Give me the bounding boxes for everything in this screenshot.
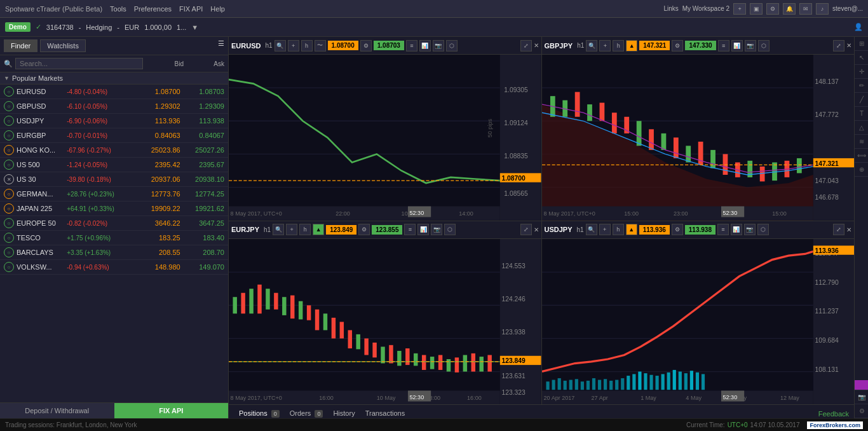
chart-tool3-usdjpy[interactable]: 📷 xyxy=(744,224,756,235)
chart-add-btn-eurusd[interactable]: + xyxy=(288,40,299,51)
search-input[interactable] xyxy=(15,58,143,69)
rt-btn-crosshair[interactable]: ✛ xyxy=(855,65,868,79)
new-order-icon-btn[interactable]: + xyxy=(733,3,746,15)
list-item[interactable]: ○ GBPUSD -6.10 (-0.05%) 1.29302 1.29309 xyxy=(0,99,228,114)
rt-btn-text[interactable]: T xyxy=(855,107,868,121)
chart-tool3-eurusd[interactable]: 📷 xyxy=(433,40,444,51)
rt-btn-measure[interactable]: ⟺ xyxy=(855,149,868,163)
nav-fixapi[interactable]: FIX API xyxy=(179,5,203,13)
chart-tool4-eurjpy[interactable]: ⬡ xyxy=(444,224,456,235)
chart-expand-eurjpy[interactable]: ⤢ xyxy=(520,224,532,235)
tab-transactions[interactable]: Transactions xyxy=(360,407,410,418)
rt-btn-camera[interactable]: 📷 xyxy=(855,390,868,404)
list-item[interactable]: ○ US 500 -1.24 (-0.05%) 2395.42 2395.67 xyxy=(0,158,228,172)
chart-indicator-eurjpy[interactable]: ▲ xyxy=(313,224,324,235)
chart-tool4-eurusd[interactable]: ⬡ xyxy=(446,40,458,51)
list-item[interactable]: ○ VOLKSW... -0.94 (+0.63%) 148.980 149.0… xyxy=(0,260,228,275)
chart-h-btn-gbpjpy[interactable]: h xyxy=(613,40,624,51)
chart-expand-eurusd[interactable]: ⤢ xyxy=(520,40,532,51)
chart-tool4-usdjpy[interactable]: ⬡ xyxy=(757,224,769,235)
sidebar-tab-finder[interactable]: Finder xyxy=(4,39,37,52)
settings-icon-btn[interactable]: ⚙ xyxy=(766,3,779,15)
list-item[interactable]: ○ EUROPE 50 -0.82 (-0.02%) 3646.22 3647.… xyxy=(0,216,228,231)
chart-search-btn-eurusd[interactable]: 🔍 xyxy=(275,40,286,51)
account-dropdown-arrow[interactable]: ▼ xyxy=(191,24,198,31)
rt-btn-pencil[interactable]: ✏ xyxy=(855,79,868,93)
notifications-icon-btn[interactable]: 🔔 xyxy=(783,3,796,15)
rt-btn-fib[interactable]: ≋ xyxy=(855,135,868,149)
email-icon-btn[interactable]: ✉ xyxy=(799,3,812,15)
chart-tool-eurusd[interactable]: ≡ xyxy=(406,40,417,51)
chart-tool2-eurusd[interactable]: 📊 xyxy=(419,40,431,51)
chart-close-gbpjpy[interactable]: ✕ xyxy=(846,42,851,49)
list-item[interactable]: ○ BARCLAYS +3.35 (+1.63%) 208.55 208.70 xyxy=(0,245,228,260)
tab-positions[interactable]: Positions 0 xyxy=(234,407,285,418)
fix-api-btn[interactable]: FIX API xyxy=(114,403,229,418)
chart-close-eurjpy[interactable]: ✕ xyxy=(534,226,539,233)
rt-btn-color[interactable] xyxy=(855,380,868,390)
list-item[interactable]: ○ HONG KO... -67.96 (-0.27%) 25023.86 25… xyxy=(0,143,228,158)
chart-settings-gbpjpy[interactable]: ⚙ xyxy=(672,40,683,51)
chart-search-btn-gbpjpy[interactable]: 🔍 xyxy=(586,40,597,51)
svg-text:8 May 2017, UTC+0: 8 May 2017, UTC+0 xyxy=(543,210,595,217)
account-type: - xyxy=(79,24,81,31)
nav-help[interactable]: Help xyxy=(210,5,225,13)
rt-btn-line[interactable]: ╱ xyxy=(855,93,868,107)
chart-expand-usdjpy[interactable]: ⤢ xyxy=(833,224,844,235)
workspace-btn[interactable]: My Workspace 2 xyxy=(682,5,729,12)
chart-settings-usdjpy[interactable]: ⚙ xyxy=(672,224,683,235)
chart-close-eurusd[interactable]: ✕ xyxy=(534,42,539,49)
tab-orders[interactable]: Orders 0 xyxy=(285,407,329,418)
chart-h-btn-eurjpy[interactable]: h xyxy=(299,224,311,235)
svg-rect-127 xyxy=(552,380,555,390)
tab-history[interactable]: History xyxy=(328,407,360,418)
nav-preferences[interactable]: Preferences xyxy=(134,5,172,13)
links-btn[interactable]: Links xyxy=(663,5,678,12)
rt-btn-zoom[interactable]: ⊕ xyxy=(855,163,868,177)
chart-tool2-usdjpy[interactable]: 📊 xyxy=(731,224,742,235)
popular-markets-section[interactable]: ▼ Popular Markets xyxy=(0,72,228,85)
chart-settings-eurjpy[interactable]: ⚙ xyxy=(358,224,370,235)
chart-add-btn-gbpjpy[interactable]: + xyxy=(599,40,611,51)
chart-tool2-eurjpy[interactable]: 📊 xyxy=(417,224,429,235)
nav-tools[interactable]: Tools xyxy=(110,5,126,13)
chart-tool3-eurjpy[interactable]: 📷 xyxy=(431,224,442,235)
sidebar-list-icon[interactable]: ☰ xyxy=(218,39,224,52)
chart-search-btn-eurjpy[interactable]: 🔍 xyxy=(273,224,284,235)
account-avatar-btn[interactable]: 👤 xyxy=(854,23,863,31)
chart-tool-eurjpy[interactable]: ≡ xyxy=(404,224,416,235)
list-item[interactable]: ○ JAPAN 225 +64.91 (+0.33%) 19909.22 199… xyxy=(0,202,228,216)
chart-expand-gbpjpy[interactable]: ⤢ xyxy=(833,40,844,51)
volume-icon-btn[interactable]: ♪ xyxy=(816,3,829,15)
rt-btn-shapes[interactable]: △ xyxy=(855,121,868,135)
chart-search-btn-usdjpy[interactable]: 🔍 xyxy=(586,224,597,235)
rt-btn-grid[interactable]: ⊞ xyxy=(855,37,868,51)
chart-add-btn-usdjpy[interactable]: + xyxy=(599,224,611,235)
chart-tool2-gbpjpy[interactable]: 📊 xyxy=(731,40,743,51)
feedback-btn[interactable]: Feedback xyxy=(818,410,849,418)
chart-tool-usdjpy[interactable]: ≡ xyxy=(717,224,729,235)
list-item[interactable]: ○ EURGBP -0.70 (-0.01%) 0.84063 0.84067 xyxy=(0,128,228,143)
chart-settings-btn-eurusd[interactable]: ⚙ xyxy=(360,40,372,51)
chart-add-btn-eurjpy[interactable]: + xyxy=(286,224,297,235)
chart-close-usdjpy[interactable]: ✕ xyxy=(846,226,851,233)
rt-btn-cursor[interactable]: ↖ xyxy=(855,51,868,65)
chart-tool4-gbpjpy[interactable]: ⬡ xyxy=(758,40,770,51)
list-item[interactable]: ○ TESCO +1.75 (+0.96%) 183.25 183.40 xyxy=(0,231,228,245)
list-item[interactable]: ○ USDJPY -6.90 (-0.06%) 113.936 113.938 xyxy=(0,114,228,128)
chart-h-btn-eurusd[interactable]: h xyxy=(301,40,313,51)
list-item[interactable]: ✕ US 30 -39.80 (-0.18%) 20937.06 20938.1… xyxy=(0,172,228,187)
chart-line-btn-eurusd[interactable]: 〜 xyxy=(315,40,326,51)
chart-icon-btn[interactable]: ▣ xyxy=(750,3,763,15)
chart-tool3-gbpjpy[interactable]: 📷 xyxy=(745,40,756,51)
deposit-withdrawal-btn[interactable]: Deposit / Withdrawal xyxy=(0,403,114,418)
sidebar-tab-watchlists[interactable]: Watchlists xyxy=(40,39,86,52)
rt-btn-settings[interactable]: ⚙ xyxy=(855,404,868,418)
list-item[interactable]: ○ EURUSD -4.80 (-0.04%) 1.08700 1.08703 xyxy=(0,85,228,99)
chart-tool-gbpjpy[interactable]: ≡ xyxy=(718,40,729,51)
chart-indicator-usdjpy[interactable]: ▲ xyxy=(626,224,637,235)
chart-h-btn-usdjpy[interactable]: h xyxy=(613,224,624,235)
chart-indicator-gbpjpy[interactable]: ▲ xyxy=(626,40,637,51)
markets-list: ○ EURUSD -4.80 (-0.04%) 1.08700 1.08703 … xyxy=(0,85,228,402)
list-item[interactable]: ○ GERMAN... +28.76 (+0.23%) 12773.76 127… xyxy=(0,187,228,202)
